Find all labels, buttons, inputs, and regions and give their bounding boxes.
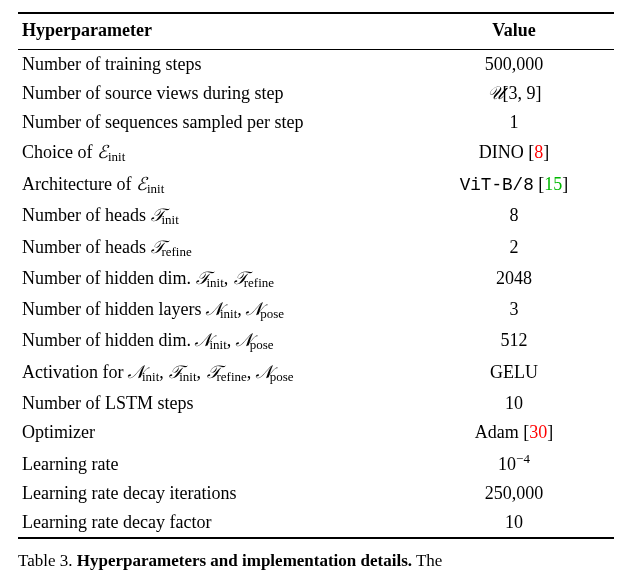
caption-title: Hyperparameters and implementation detai… <box>77 551 412 570</box>
table-row: Activation for 𝒩init, 𝒯init, 𝒯refine, 𝒩p… <box>18 358 614 389</box>
hyperparam-cell: Number of heads 𝒯refine <box>18 233 414 264</box>
value-cell: ViT-B/8 [15] <box>414 169 614 201</box>
value-cell: 250,000 <box>414 479 614 508</box>
hyperparam-cell: Architecture of ℰinit <box>18 169 414 201</box>
value-cell: 512 <box>414 326 614 357</box>
hyperparam-cell: Learning rate decay factor <box>18 508 414 538</box>
caption-label: Table 3. <box>18 551 73 570</box>
hyperparam-cell: Number of hidden dim. 𝒯init, 𝒯refine <box>18 264 414 295</box>
hyperparam-cell: Number of source views during step <box>18 79 414 108</box>
col-header-value: Value <box>414 13 614 50</box>
col-header-hyperparameter: Hyperparameter <box>18 13 414 50</box>
hyperparam-cell: Number of training steps <box>18 50 414 80</box>
hyperparam-cell: Number of hidden layers 𝒩init, 𝒩pose <box>18 295 414 326</box>
hyperparam-cell: Number of hidden dim. 𝒩init, 𝒩pose <box>18 326 414 357</box>
value-cell: 2 <box>414 233 614 264</box>
value-cell: 2048 <box>414 264 614 295</box>
table-caption: Table 3. Hyperparameters and implementat… <box>18 551 614 571</box>
hyperparam-cell: Choice of ℰinit <box>18 137 414 169</box>
table-row: Learning rate10−4 <box>18 447 614 479</box>
hyperparam-cell: Learning rate decay iterations <box>18 479 414 508</box>
value-cell: 1 <box>414 108 614 137</box>
table-row: Number of heads 𝒯init8 <box>18 201 614 232</box>
table-row: Choice of ℰinitDINO [8] <box>18 137 614 169</box>
table-row: Number of source views during step𝒰[3, 9… <box>18 79 614 108</box>
table-row: OptimizerAdam [30] <box>18 418 614 447</box>
hyperparam-cell: Number of heads 𝒯init <box>18 201 414 232</box>
value-cell: Adam [30] <box>414 418 614 447</box>
table-row: Number of hidden dim. 𝒩init, 𝒩pose512 <box>18 326 614 357</box>
hyperparam-cell: Number of LSTM steps <box>18 389 414 418</box>
hyperparam-cell: Optimizer <box>18 418 414 447</box>
hyperparam-cell: Number of sequences sampled per step <box>18 108 414 137</box>
table-row: Number of LSTM steps10 <box>18 389 614 418</box>
value-cell: 10 <box>414 389 614 418</box>
hyperparam-cell: Activation for 𝒩init, 𝒯init, 𝒯refine, 𝒩p… <box>18 358 414 389</box>
table-row: Architecture of ℰinitViT-B/8 [15] <box>18 169 614 201</box>
value-cell: 500,000 <box>414 50 614 80</box>
table-row: Number of heads 𝒯refine2 <box>18 233 614 264</box>
value-cell: 10−4 <box>414 447 614 479</box>
value-cell: 𝒰[3, 9] <box>414 79 614 108</box>
table-row: Number of sequences sampled per step1 <box>18 108 614 137</box>
value-cell: 3 <box>414 295 614 326</box>
value-cell: 8 <box>414 201 614 232</box>
table-row: Number of hidden dim. 𝒯init, 𝒯refine2048 <box>18 264 614 295</box>
table-row: Learning rate decay factor10 <box>18 508 614 538</box>
hyperparameter-table: Hyperparameter Value Number of training … <box>18 12 614 539</box>
table-row: Number of training steps500,000 <box>18 50 614 80</box>
table-row: Learning rate decay iterations250,000 <box>18 479 614 508</box>
caption-trail: The <box>412 551 442 570</box>
value-cell: DINO [8] <box>414 137 614 169</box>
value-cell: GELU <box>414 358 614 389</box>
table-row: Number of hidden layers 𝒩init, 𝒩pose3 <box>18 295 614 326</box>
value-cell: 10 <box>414 508 614 538</box>
hyperparam-cell: Learning rate <box>18 447 414 479</box>
